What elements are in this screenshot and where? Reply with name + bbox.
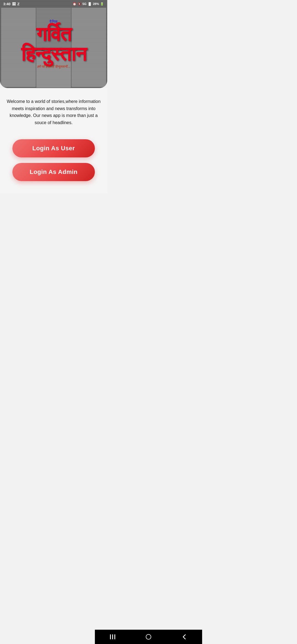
login-as-user-button[interactable]: Login As User <box>12 139 95 157</box>
network-type: 5G <box>82 2 87 6</box>
logo-main-text: गर्वित हिन्दुस्तान <box>21 24 86 64</box>
mute-icon: 🔇 <box>78 2 81 6</box>
status-left: 3:40 🖼 Z <box>3 2 20 6</box>
login-as-admin-button[interactable]: Login As Admin <box>12 163 95 181</box>
status-bar: 3:40 🖼 Z ⏰ 🔇 5G ▐▌ 28% 🔋 <box>0 0 107 8</box>
time-display: 3:40 <box>3 2 10 6</box>
logo-line1: गर्वित <box>36 23 71 45</box>
photo-icon: 🖼 <box>12 2 16 6</box>
app-icon-z: Z <box>17 2 20 6</box>
hero-section: दैनिक गर्वित हिन्दुस्तान हमें गर्व है हम… <box>0 0 107 88</box>
battery-label: 28% <box>93 2 99 6</box>
alarm-icon: ⏰ <box>73 2 76 6</box>
logo-tagline: हमें गर्व है हम हैं हिन्दुस्तानी... <box>21 65 86 69</box>
main-content: Welcome to a world of stories,where info… <box>0 88 107 193</box>
logo-container: दैनिक गर्वित हिन्दुस्तान हमें गर्व है हम… <box>16 14 92 74</box>
welcome-text: Welcome to a world of stories,where info… <box>7 98 101 126</box>
signal-bars-icon: ▐▌ <box>87 2 92 6</box>
logo-line2: हिन्दुस्तान <box>21 43 86 65</box>
status-right: ⏰ 🔇 5G ▐▌ 28% 🔋 <box>73 2 104 6</box>
battery-icon: 🔋 <box>100 2 104 6</box>
